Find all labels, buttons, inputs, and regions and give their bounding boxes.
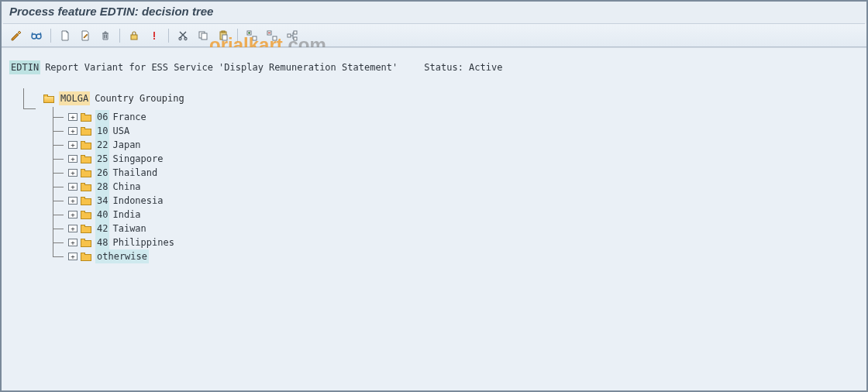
expand-icon[interactable]: +: [68, 155, 78, 163]
expand-icon[interactable]: +: [68, 127, 78, 135]
node-code: otherwise: [95, 249, 149, 263]
node-label: Singapore: [112, 152, 163, 166]
toolbar-separator: [50, 29, 51, 43]
folder-open-icon: [43, 95, 54, 103]
tree-node[interactable]: +34Indonesia: [53, 194, 859, 208]
svg-rect-15: [273, 36, 277, 40]
where-used-button[interactable]: [284, 27, 301, 44]
node-label: India: [112, 208, 140, 222]
tree-children: +06France+10USA+22Japan+25Singapore+26Th…: [53, 110, 859, 263]
app-window: Process feature EDTIN: decision tree: [0, 0, 868, 392]
svg-rect-18: [294, 37, 297, 40]
expand-icon[interactable]: +: [68, 253, 78, 260]
folder-icon: [81, 127, 91, 136]
tree-node[interactable]: +26Thailand: [53, 166, 859, 180]
collapse-all-button[interactable]: [264, 27, 281, 44]
expand-icon[interactable]: +: [68, 197, 78, 205]
tree-connector: [23, 88, 24, 108]
folder-icon: [81, 197, 91, 205]
tree-group-header[interactable]: MOLGA Country Grouping: [43, 91, 859, 105]
where-used-icon: [286, 29, 298, 42]
node-label: Philippines: [112, 236, 174, 249]
copy-button[interactable]: [195, 27, 212, 44]
create-button[interactable]: [57, 27, 74, 44]
expand-icon[interactable]: +: [68, 169, 78, 177]
node-label: Japan: [112, 138, 140, 152]
node-code: 06: [95, 110, 109, 124]
svg-rect-4: [153, 38, 155, 40]
node-label: France: [112, 110, 146, 124]
toolbar-separator: [237, 29, 238, 43]
trash-icon: [99, 29, 112, 42]
toolbar-separator: [119, 29, 120, 43]
tree-node[interactable]: +28China: [53, 180, 859, 194]
pencil-icon: [10, 29, 22, 42]
tree-node[interactable]: +otherwise: [53, 249, 859, 263]
titlebar: Process feature EDTIN: decision tree: [2, 2, 866, 23]
folder-icon: [81, 169, 91, 177]
collapse-all-icon: [266, 29, 278, 42]
delete-button[interactable]: [97, 27, 114, 44]
svg-rect-13: [253, 36, 257, 40]
folder-icon: [81, 225, 91, 233]
change-button[interactable]: [77, 27, 94, 44]
node-code: 26: [95, 166, 109, 180]
lock-icon: [128, 29, 140, 42]
display-button[interactable]: [28, 27, 45, 44]
svg-rect-17: [294, 31, 297, 34]
tree-content: EDTIN Report Variant for ESS Service 'Di…: [2, 47, 866, 390]
tree-node[interactable]: +10USA: [53, 124, 859, 138]
feature-key: EDTIN: [9, 60, 40, 74]
tree-node[interactable]: +22Japan: [53, 138, 859, 152]
node-label: China: [112, 180, 140, 194]
toolbar-separator: [168, 29, 169, 43]
expand-all-icon: [246, 29, 258, 42]
glasses-icon: [30, 29, 43, 42]
tree-node[interactable]: +40India: [53, 208, 859, 222]
expand-icon[interactable]: +: [68, 225, 78, 232]
expand-icon[interactable]: +: [68, 239, 78, 246]
svg-rect-3: [153, 32, 155, 37]
status-label: Status:: [424, 62, 463, 73]
feature-description: Report Variant for ESS Service 'Display …: [45, 60, 398, 74]
svg-rect-16: [288, 34, 291, 37]
expand-icon[interactable]: +: [68, 141, 78, 149]
cut-button[interactable]: [174, 27, 191, 44]
node-code: 25: [95, 152, 109, 166]
edit-page-icon: [79, 29, 91, 42]
svg-rect-2: [131, 35, 137, 40]
lock-button[interactable]: [126, 27, 143, 44]
tree-node[interactable]: +25Singapore: [53, 152, 859, 166]
node-code: 10: [95, 124, 109, 138]
paste-icon: [217, 29, 229, 42]
edit-button[interactable]: [8, 27, 25, 44]
expand-icon[interactable]: +: [68, 113, 78, 121]
node-label: Taiwan: [112, 222, 146, 236]
tree-node[interactable]: +06France: [53, 110, 859, 124]
node-label: USA: [112, 124, 129, 138]
folder-icon: [81, 239, 91, 247]
folder-icon: [81, 113, 91, 122]
decision-tree: EDTIN Report Variant for ESS Service 'Di…: [9, 60, 859, 263]
svg-point-0: [32, 34, 36, 39]
tree-group: MOLGA Country Grouping +06France+10USA+2…: [43, 91, 859, 263]
tree-node[interactable]: +48Philippines: [53, 236, 859, 249]
paste-button[interactable]: [215, 27, 232, 44]
expand-icon[interactable]: +: [68, 211, 78, 218]
expand-icon[interactable]: +: [68, 183, 78, 191]
node-label: Indonesia: [112, 194, 163, 208]
window-title: Process feature EDTIN: decision tree: [9, 5, 213, 18]
folder-icon: [81, 141, 91, 150]
new-page-icon: [59, 29, 71, 42]
copy-icon: [197, 29, 209, 42]
svg-rect-11: [222, 35, 227, 40]
tree-node[interactable]: +42Taiwan: [53, 222, 859, 236]
svg-rect-8: [202, 33, 207, 40]
tree-root[interactable]: EDTIN Report Variant for ESS Service 'Di…: [9, 60, 859, 74]
status-value: Active: [469, 62, 502, 73]
expand-all-button[interactable]: [243, 27, 260, 44]
info-button[interactable]: [146, 27, 163, 44]
folder-icon: [81, 253, 91, 261]
node-code: 42: [95, 222, 109, 236]
svg-rect-10: [222, 31, 225, 33]
